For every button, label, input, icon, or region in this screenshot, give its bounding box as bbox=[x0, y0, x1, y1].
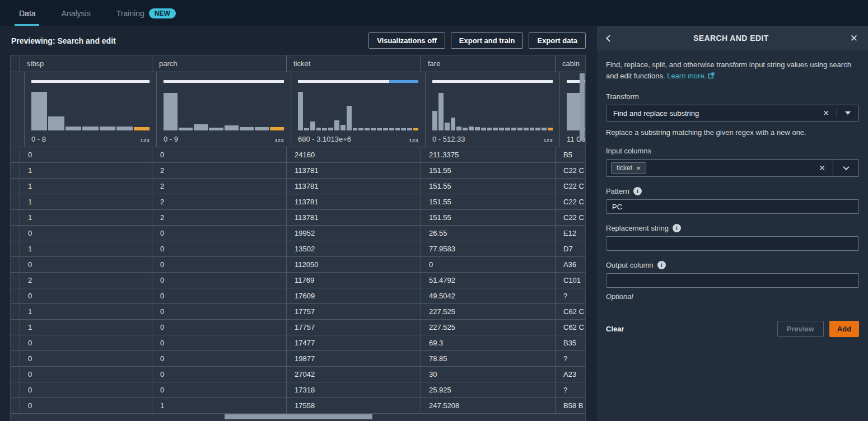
output-column-input[interactable] bbox=[606, 273, 859, 288]
cell-cabin: ? bbox=[555, 351, 586, 366]
histogram-bar bbox=[487, 128, 492, 130]
tab-analysis[interactable]: Analysis bbox=[55, 8, 100, 26]
column-header-parch[interactable]: parch bbox=[152, 55, 286, 72]
pattern-input[interactable] bbox=[606, 199, 859, 214]
histogram-bar bbox=[395, 128, 400, 130]
open-dropdown-button[interactable] bbox=[833, 160, 858, 176]
row-index-gutter bbox=[11, 147, 20, 162]
cell-sibsp: 1 bbox=[20, 304, 152, 319]
clear-button[interactable]: Clear bbox=[606, 325, 624, 333]
row-index-gutter bbox=[11, 257, 20, 272]
histogram-bar bbox=[358, 128, 363, 130]
info-icon[interactable]: i bbox=[673, 224, 681, 232]
panel-footer: Clear Preview Add bbox=[606, 321, 859, 337]
table-row: 12113781151.55C22 C bbox=[11, 210, 586, 226]
cell-cabin: A23 bbox=[555, 367, 586, 382]
preview-button[interactable]: Preview bbox=[777, 321, 824, 337]
input-columns-multiselect[interactable]: ticket✕ ✕ bbox=[606, 159, 859, 177]
histogram-bar bbox=[475, 127, 480, 130]
mini-histogram bbox=[164, 90, 284, 130]
mini-histogram bbox=[432, 90, 553, 130]
histogram-cell-fare[interactable]: 0 - 512.33123 bbox=[425, 72, 559, 147]
cell-sibsp: 0 bbox=[20, 147, 152, 162]
cell-ticket: 113781 bbox=[286, 194, 421, 209]
divider bbox=[837, 108, 837, 118]
add-button[interactable]: Add bbox=[829, 321, 859, 337]
cell-parch: 0 bbox=[152, 335, 286, 350]
panel-header: SEARCH AND EDIT ✕ bbox=[597, 26, 868, 50]
horizontal-scrollbar[interactable] bbox=[225, 414, 372, 419]
histogram-bar bbox=[82, 127, 98, 130]
column-range-label: 0 - 512.33 bbox=[432, 135, 465, 143]
clear-all-icon[interactable]: ✕ bbox=[811, 163, 833, 172]
info-icon[interactable]: i bbox=[633, 187, 642, 195]
cell-ticket: 113781 bbox=[286, 210, 421, 225]
cell-fare: 49.5042 bbox=[421, 288, 555, 303]
histogram-cell-sibsp[interactable]: 0 - 8123 bbox=[24, 72, 156, 147]
cell-cabin: B35 bbox=[555, 335, 586, 350]
table-body: 0024160211.3375B512113781151.55C22 C1211… bbox=[11, 147, 586, 414]
cell-parch: 0 bbox=[152, 351, 286, 366]
tab-data[interactable]: Data bbox=[12, 8, 45, 26]
info-icon[interactable]: i bbox=[657, 261, 666, 269]
cell-fare: 0 bbox=[421, 257, 555, 272]
replacement-string-input[interactable] bbox=[606, 236, 859, 251]
transform-select[interactable]: Find and replace substring ✕ bbox=[606, 105, 859, 121]
table-row: 001760949.5042? bbox=[11, 288, 586, 304]
row-index-gutter bbox=[11, 179, 20, 194]
column-header-cabin[interactable]: cabin bbox=[555, 55, 586, 72]
column-range-label: 0 - 8 bbox=[31, 135, 46, 143]
histogram-bar bbox=[225, 125, 239, 130]
cell-parch: 0 bbox=[152, 288, 286, 303]
vertical-scrollbar[interactable] bbox=[580, 73, 585, 141]
learn-more-link[interactable]: Learn more. bbox=[667, 72, 706, 80]
tab-label: Data bbox=[19, 9, 36, 18]
histogram-bar bbox=[270, 127, 284, 130]
row-index-gutter bbox=[11, 335, 20, 350]
cell-cabin: B58 B bbox=[555, 398, 586, 413]
export-data-button[interactable]: Export data bbox=[529, 32, 586, 49]
histogram-bar bbox=[100, 127, 115, 130]
visualizations-off-button[interactable]: Visualizations off bbox=[368, 32, 445, 49]
histogram-cell-parch[interactable]: 0 - 9123 bbox=[156, 72, 291, 147]
column-header-ticket[interactable]: ticket bbox=[286, 55, 421, 72]
tab-training[interactable]: TrainingNEW bbox=[110, 8, 185, 26]
histogram-bar bbox=[499, 128, 504, 130]
histogram-bar bbox=[524, 128, 529, 130]
numeric-type-icon: 123 bbox=[409, 138, 418, 143]
histogram-bar bbox=[134, 127, 150, 130]
histogram-bar bbox=[548, 128, 553, 130]
histogram-cell-ticket[interactable]: 680 - 3.1013e+6123 bbox=[291, 72, 425, 147]
table-row: 1017757227.525C62 C bbox=[11, 304, 586, 320]
cell-sibsp: 1 bbox=[20, 179, 152, 194]
table-row: 101350277.9583D7 bbox=[11, 241, 586, 257]
remove-chip-icon[interactable]: ✕ bbox=[636, 165, 641, 171]
column-header-fare[interactable]: fare bbox=[421, 55, 555, 72]
export-and-train-button[interactable]: Export and train bbox=[451, 32, 524, 49]
toolbar-buttons: Visualizations offExport and trainExport… bbox=[363, 32, 586, 49]
table-row: 0024160211.3375B5 bbox=[11, 147, 586, 163]
cell-sibsp: 0 bbox=[20, 226, 152, 241]
histogram-bar bbox=[511, 128, 516, 130]
description-text: Find, replace, split, and otherwise tran… bbox=[606, 60, 851, 80]
clear-selection-icon[interactable]: ✕ bbox=[815, 109, 837, 118]
histogram-bar bbox=[164, 93, 178, 130]
close-icon[interactable]: ✕ bbox=[850, 34, 858, 43]
input-column-chip-ticket[interactable]: ticket✕ bbox=[611, 162, 646, 174]
row-index-gutter bbox=[11, 398, 20, 413]
row-index-gutter bbox=[11, 210, 20, 225]
row-index-gutter bbox=[11, 273, 20, 288]
column-header-sibsp[interactable]: sibsp bbox=[20, 55, 152, 72]
cell-fare: 51.4792 bbox=[421, 273, 555, 288]
table-row: 12113781151.55C22 C bbox=[11, 163, 586, 179]
panel-body: Find, replace, split, and otherwise tran… bbox=[597, 50, 868, 337]
cell-cabin: C22 C bbox=[555, 179, 586, 194]
cell-parch: 2 bbox=[152, 194, 286, 209]
row-index-gutter bbox=[11, 382, 20, 397]
cell-sibsp: 0 bbox=[20, 335, 152, 350]
histogram-bar bbox=[535, 128, 540, 130]
caret-down-icon[interactable] bbox=[845, 111, 851, 115]
histogram-bar bbox=[304, 128, 309, 130]
cell-fare: 77.9583 bbox=[421, 241, 555, 256]
cell-cabin: ? bbox=[555, 288, 586, 303]
